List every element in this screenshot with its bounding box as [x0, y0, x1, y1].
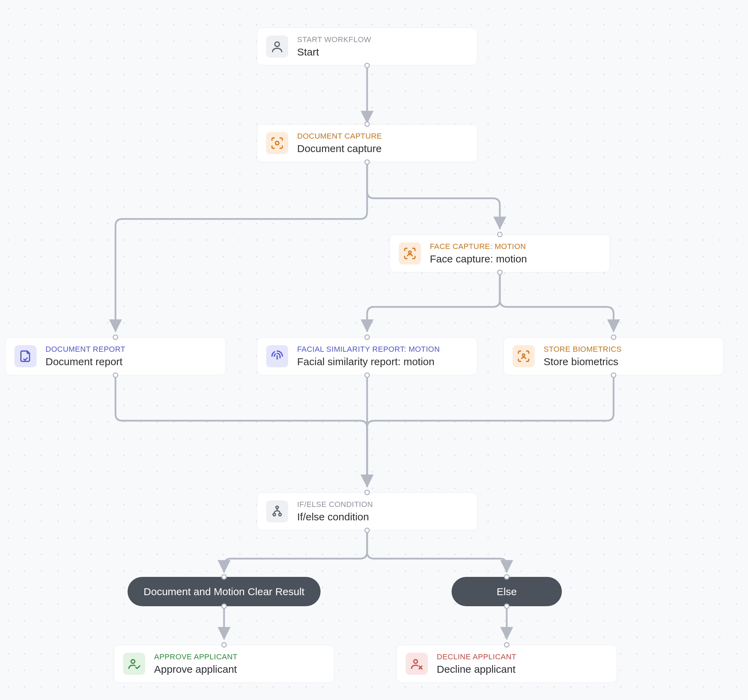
node-start[interactable]: START WORKFLOW Start [257, 27, 477, 65]
node-face-capture-label: Face capture: motion [430, 253, 527, 266]
decline-icon [406, 653, 428, 675]
face-scan-icon [399, 242, 421, 265]
svg-point-6 [279, 513, 281, 516]
node-if-else[interactable]: IF/ELSE CONDITION If/else condition [257, 492, 477, 530]
port [364, 373, 370, 378]
port [364, 63, 370, 68]
branch-icon [266, 500, 288, 522]
scan-icon [266, 132, 288, 154]
branch-else-label: Else [497, 586, 517, 598]
node-facial-similarity-report[interactable]: FACIAL SIMILARITY REPORT: MOTION Facial … [257, 337, 477, 375]
node-face-capture[interactable]: FACE CAPTURE: MOTION Face capture: motio… [389, 234, 610, 272]
svg-point-8 [414, 660, 417, 663]
node-store-biometrics[interactable]: STORE BIOMETRICS Store biometrics [503, 337, 724, 375]
node-decline-caption: DECLINE APPLICANT [437, 652, 516, 662]
branch-else[interactable]: Else [452, 577, 562, 606]
node-decline-label: Decline applicant [437, 663, 516, 676]
port [364, 528, 370, 533]
node-start-label: Start [297, 46, 371, 59]
node-document-capture[interactable]: DOCUMENT CAPTURE Document capture [257, 124, 477, 162]
approve-icon [123, 653, 145, 675]
svg-point-1 [275, 142, 279, 145]
node-face-capture-caption: FACE CAPTURE: MOTION [430, 242, 527, 251]
port [497, 270, 503, 275]
port [611, 373, 616, 378]
node-facial-similarity-report-caption: FACIAL SIMILARITY REPORT: MOTION [297, 344, 440, 354]
branch-clear-result[interactable]: Document and Motion Clear Result [128, 577, 321, 606]
port [504, 603, 509, 609]
node-store-biometrics-label: Store biometrics [544, 355, 622, 368]
port [113, 335, 118, 340]
node-start-caption: START WORKFLOW [297, 35, 371, 44]
port [364, 490, 370, 495]
branch-clear-label: Document and Motion Clear Result [144, 586, 305, 598]
node-document-report-caption: DOCUMENT REPORT [46, 344, 125, 354]
svg-point-5 [273, 513, 275, 516]
node-document-report-label: Document report [46, 355, 125, 368]
port [364, 335, 370, 340]
node-facial-similarity-report-label: Facial similarity report: motion [297, 355, 440, 368]
node-store-biometrics-caption: STORE BIOMETRICS [544, 344, 622, 354]
port [504, 642, 509, 648]
node-approve-label: Approve applicant [154, 663, 237, 676]
node-document-capture-caption: DOCUMENT CAPTURE [297, 131, 382, 141]
node-if-else-caption: IF/ELSE CONDITION [297, 500, 373, 509]
node-if-else-label: If/else condition [297, 510, 373, 523]
svg-point-2 [409, 251, 411, 253]
port [221, 574, 227, 580]
biometrics-icon [512, 345, 535, 367]
port [497, 232, 503, 237]
node-approve[interactable]: APPROVE APPLICANT Approve applicant [114, 645, 334, 683]
fingerprint-icon [266, 345, 288, 367]
port [504, 574, 509, 580]
svg-point-0 [275, 42, 279, 47]
port [364, 159, 370, 165]
node-document-capture-label: Document capture [297, 142, 382, 155]
port [221, 642, 227, 648]
svg-point-3 [523, 354, 525, 356]
port [611, 335, 616, 340]
node-decline[interactable]: DECLINE APPLICANT Decline applicant [397, 645, 617, 683]
node-document-report[interactable]: DOCUMENT REPORT Document report [5, 337, 226, 375]
svg-point-7 [131, 660, 135, 663]
port [113, 373, 118, 378]
port [364, 122, 370, 127]
port [221, 603, 227, 609]
node-approve-caption: APPROVE APPLICANT [154, 652, 237, 662]
document-icon [14, 345, 36, 367]
person-icon [266, 35, 288, 58]
